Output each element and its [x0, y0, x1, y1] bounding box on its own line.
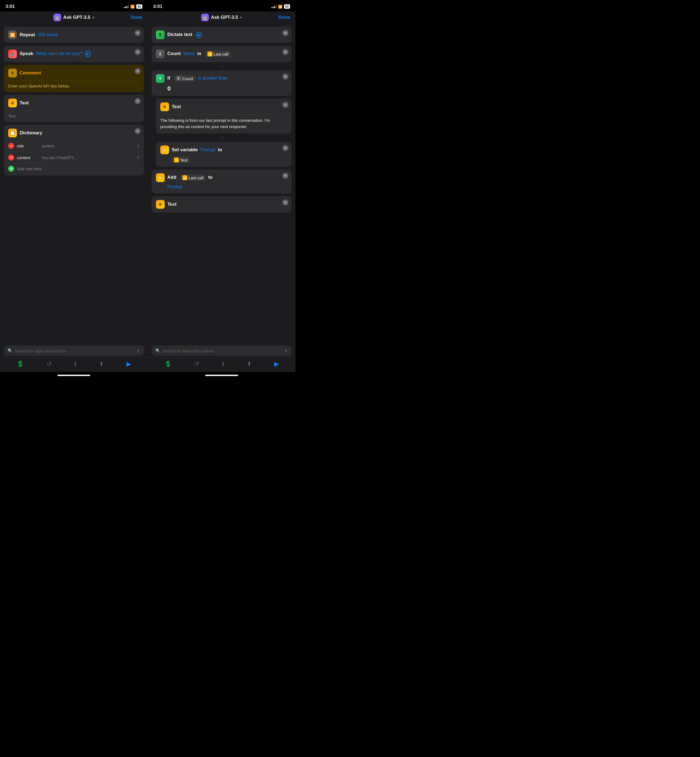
dictate-arrow[interactable]: ▶ [196, 32, 202, 38]
speak-value: What can I do for you? [36, 51, 83, 56]
right-search-icon: 🔍 [155, 348, 161, 353]
indented-text-close[interactable]: ✕ [283, 102, 288, 108]
speak-title: Speak What can I do for you? ▶ [20, 51, 91, 57]
right-mic-icon[interactable]: 🎙 [284, 348, 288, 353]
dictate-icon: 🎙 [156, 31, 165, 39]
right-toolbar-info[interactable]: ℹ [222, 361, 224, 368]
speak-arrow[interactable]: ▶ [85, 51, 91, 57]
left-status-bar: 3:01 📶 63 [0, 0, 148, 11]
text-card: ≡ Text ✕ Text [4, 95, 144, 122]
left-toolbar-info[interactable]: ℹ [74, 361, 76, 368]
setvar-card: x Set variable Prompt to ✕ ≡ Text [156, 142, 292, 167]
indented-text-card: ≡ Text ✕ The following is from our last … [156, 98, 292, 134]
repeat-card: 🔀 Repeat 100 times ✕ [4, 27, 144, 43]
wifi-icon: 📶 [130, 5, 134, 9]
count-icon: Σ [156, 50, 165, 58]
left-nav-bar: 🤖 Ask GPT-3.5 ▾ Done [0, 11, 148, 24]
dict-handle-role[interactable]: ≡ [137, 144, 139, 148]
dictate-header: 🎙 Dictate text ▶ [156, 31, 287, 39]
setvar-close[interactable]: ✕ [283, 145, 288, 151]
left-status-icons: 📶 63 [124, 5, 142, 9]
dict-key-role: role [17, 144, 39, 148]
setvar-title: Set variable Prompt to [172, 147, 222, 153]
right-app-icon: 🤖 [201, 14, 209, 21]
dictate-close[interactable]: ✕ [283, 30, 288, 36]
left-toolbar-play[interactable]: ▶ [127, 361, 131, 368]
count-tag-label: Last call [213, 52, 228, 56]
right-home-bar [205, 375, 238, 376]
left-nav-title-text: Ask GPT-3.5 [63, 15, 90, 20]
add-card: x Add x Last call to ✕ Prompt [152, 170, 292, 194]
comment-title: Comment [20, 70, 41, 76]
left-toolbar-dollar[interactable]: 💲 [17, 361, 24, 368]
right-toolbar-refresh[interactable]: ↺ [194, 361, 199, 368]
text-close[interactable]: ✕ [134, 98, 141, 104]
dict-val-role: system [41, 144, 134, 148]
right-signal-icon [272, 5, 277, 8]
connector-2 [222, 136, 222, 139]
add-title: Add x Last call to [167, 175, 212, 181]
setvar-header: x Set variable Prompt to [160, 145, 287, 154]
add-icon: x [156, 173, 165, 182]
right-search-text: Search for apps and actions [163, 348, 281, 353]
left-nav-chevron[interactable]: ▾ [92, 15, 94, 20]
bottom-text-title: Text [167, 201, 177, 207]
right-time: 3:01 [153, 4, 162, 9]
right-wifi-icon: 📶 [278, 5, 283, 9]
if-close[interactable]: ✕ [283, 73, 288, 80]
right-toolbar-share[interactable]: ⬆ [247, 361, 252, 368]
right-done-button[interactable]: Done [278, 15, 290, 20]
dictate-title: Dictate text ▶ [167, 32, 202, 38]
right-toolbar-dollar[interactable]: 💲 [164, 361, 172, 368]
if-card: Y If Σ Count is greater than ✕ 0 [152, 70, 292, 96]
left-scroll-area: 🔀 Repeat 100 times ✕ 🔊 Speak What can I … [0, 24, 148, 343]
dictate-card: 🎙 Dictate text ▶ ✕ [152, 27, 292, 43]
dict-add-row[interactable]: + Add new item [8, 164, 139, 172]
count-close[interactable]: ✕ [283, 49, 288, 55]
add-tag-icon: x [182, 175, 187, 180]
bottom-text-card: ≡ Text ✕ [152, 196, 292, 212]
left-home-indicator [0, 372, 148, 379]
setvar-text-icon: ≡ [174, 158, 179, 162]
speak-close[interactable]: ✕ [134, 49, 141, 55]
dict-handle-content[interactable]: ≡ [137, 155, 139, 160]
text-placeholder[interactable]: Text [8, 111, 139, 118]
left-search-bar[interactable]: 🔍 Search for apps and actions 🎙 [4, 345, 144, 356]
left-toolbar-share[interactable]: ⬆ [99, 361, 104, 368]
right-search-container: 🔍 Search for apps and actions 🎙 [148, 343, 295, 357]
left-done-button[interactable]: Done [131, 15, 142, 20]
right-search-bar[interactable]: 🔍 Search for apps and actions 🎙 [152, 345, 292, 356]
if-icon: Y [156, 74, 165, 83]
dict-remove-content[interactable]: − [8, 155, 14, 161]
dict-key-content: content [17, 155, 39, 160]
repeat-close[interactable]: ✕ [134, 30, 141, 36]
right-nav-chevron[interactable]: ▾ [240, 15, 242, 20]
count-header: Σ Count Items in x Last call [156, 50, 287, 58]
indented-text-body: The following is from our last prompt in… [160, 114, 287, 130]
bottom-text-header: ≡ Text [156, 200, 287, 209]
add-tag: x Last call [180, 175, 206, 181]
signal-icon [124, 5, 129, 8]
add-header: x Add x Last call to [156, 173, 287, 182]
comment-close[interactable]: ✕ [134, 68, 141, 74]
dict-add-icon[interactable]: + [8, 166, 14, 172]
left-toolbar-refresh[interactable]: ↺ [47, 361, 52, 368]
dict-title: Dictionary [20, 130, 42, 136]
if-value: 0 [156, 85, 287, 92]
count-title: Count Items in x Last call [167, 51, 231, 57]
dict-header: 📋 Dictionary [8, 129, 139, 137]
bottom-text-close[interactable]: ✕ [283, 200, 288, 206]
left-panel: 3:01 📶 63 🤖 Ask GPT-3.5 ▾ Done 🔀 Repeat [0, 0, 148, 379]
right-battery: 63 [284, 5, 290, 9]
dict-row-content: − content You are ChatGPT,... ≡ [8, 152, 139, 164]
right-toolbar-play[interactable]: ▶ [274, 361, 279, 368]
left-mic-icon[interactable]: 🎙 [136, 348, 140, 353]
add-close[interactable]: ✕ [283, 173, 288, 179]
count-tag-icon: x [208, 52, 212, 56]
dict-remove-role[interactable]: − [8, 143, 14, 149]
dict-close[interactable]: ✕ [134, 128, 141, 134]
right-panel: 3:01 📶 63 🤖 Ask GPT-3.5 ▾ Done 🎙 Dictat [148, 0, 295, 379]
left-nav-title: 🤖 Ask GPT-3.5 ▾ [53, 14, 94, 21]
comment-header: ≡ Comment [8, 69, 139, 77]
left-app-icon: 🤖 [53, 14, 61, 21]
